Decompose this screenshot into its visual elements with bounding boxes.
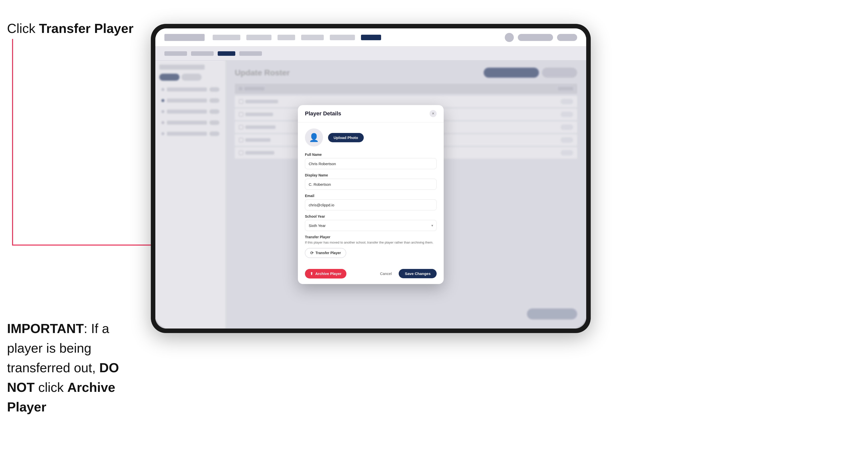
archive-btn-label: Archive Player xyxy=(315,272,341,276)
school-year-group: School Year First Year Second Year Third… xyxy=(305,214,437,231)
archive-player-button[interactable]: ⬆ Archive Player xyxy=(305,269,346,279)
display-name-group: Display Name xyxy=(305,173,437,190)
modal-backdrop: Player Details × 👤 Upload Photo xyxy=(155,61,586,329)
modal-body: 👤 Upload Photo Full Name Display Name xyxy=(298,122,444,265)
save-changes-button[interactable]: Save Changes xyxy=(399,269,437,278)
nav-item-team[interactable] xyxy=(278,35,295,40)
player-details-modal: Player Details × 👤 Upload Photo xyxy=(298,105,444,284)
instruction-bottom-line3: click xyxy=(35,380,67,395)
display-name-label: Display Name xyxy=(305,173,437,177)
nav-item-comments[interactable] xyxy=(246,35,272,40)
nav-item-more[interactable] xyxy=(361,35,381,40)
full-name-label: Full Name xyxy=(305,153,437,157)
app-logo xyxy=(164,34,205,41)
header-right xyxy=(505,33,577,42)
modal-header: Player Details × xyxy=(298,105,444,122)
nav-item-dashboard[interactable] xyxy=(213,35,240,40)
app-header xyxy=(155,28,586,46)
instruction-top-bold: Transfer Player xyxy=(39,21,133,36)
header-add-btn[interactable] xyxy=(518,34,553,41)
nav-item-rosters[interactable] xyxy=(301,35,324,40)
tablet-screen: Update Roster xyxy=(155,28,586,329)
instruction-top: Click Transfer Player xyxy=(7,20,133,37)
header-avatar xyxy=(505,33,514,42)
school-year-select-wrapper: First Year Second Year Third Year Fourth… xyxy=(305,220,437,231)
email-group: Email xyxy=(305,194,437,210)
sub-nav-active[interactable] xyxy=(218,51,235,56)
school-year-label: School Year xyxy=(305,214,437,218)
email-input[interactable] xyxy=(305,199,437,210)
sub-nav-3[interactable] xyxy=(239,51,262,56)
do-label: DO xyxy=(99,361,119,375)
sub-header xyxy=(155,46,586,61)
transfer-player-button[interactable]: ⟳ Transfer Player xyxy=(305,248,346,258)
modal-footer: ⬆ Archive Player Cancel Save Changes xyxy=(298,265,444,284)
tablet-device: Update Roster xyxy=(151,24,591,333)
transfer-icon: ⟳ xyxy=(310,251,313,255)
sub-nav-2[interactable] xyxy=(191,51,214,56)
instruction-bottom: IMPORTANT: If a player is being transfer… xyxy=(7,319,143,417)
nav-bar xyxy=(213,35,497,40)
sub-nav-1[interactable] xyxy=(164,51,187,56)
modal-close-button[interactable]: × xyxy=(430,110,437,117)
school-year-select[interactable]: First Year Second Year Third Year Fourth… xyxy=(305,220,437,231)
full-name-input[interactable] xyxy=(305,158,437,169)
content-area: Update Roster xyxy=(155,61,586,329)
email-label: Email xyxy=(305,194,437,198)
not-label: NOT xyxy=(7,380,35,395)
transfer-section-description: If this player has moved to another scho… xyxy=(305,240,437,245)
nav-item-analytics[interactable] xyxy=(330,35,355,40)
instruction-top-prefix: Click xyxy=(7,21,39,36)
cancel-button[interactable]: Cancel xyxy=(376,269,396,278)
important-label: IMPORTANT xyxy=(7,321,84,336)
modal-title: Player Details xyxy=(305,110,341,117)
display-name-input[interactable] xyxy=(305,179,437,190)
avatar-placeholder: 👤 xyxy=(305,128,323,147)
person-icon: 👤 xyxy=(309,133,319,142)
transfer-btn-label: Transfer Player xyxy=(315,251,341,255)
arrow-vertical-line xyxy=(12,39,13,245)
archive-icon: ⬆ xyxy=(310,272,313,276)
transfer-section-title: Transfer Player xyxy=(305,235,437,239)
full-name-group: Full Name xyxy=(305,153,437,169)
transfer-section: Transfer Player If this player has moved… xyxy=(305,235,437,258)
avatar-section: 👤 Upload Photo xyxy=(305,128,437,147)
header-extra-btn[interactable] xyxy=(557,34,577,41)
upload-photo-button[interactable]: Upload Photo xyxy=(328,133,364,142)
